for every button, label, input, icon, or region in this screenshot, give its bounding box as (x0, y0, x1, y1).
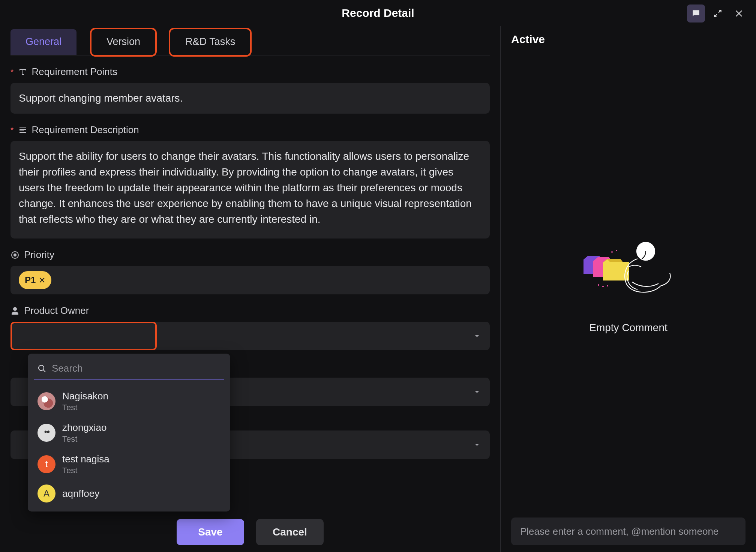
dropdown-search[interactable] (34, 361, 224, 380)
dropdown-option[interactable]: t test nagisa Test (34, 448, 224, 480)
sidebar-title: Active (511, 33, 746, 46)
cancel-button[interactable]: Cancel (256, 519, 324, 545)
avatar: A (38, 484, 56, 502)
form-footer: Save Cancel (0, 519, 500, 545)
dropdown-option[interactable]: zhongxiao Test (34, 417, 224, 448)
option-name: zhongxiao (62, 422, 107, 434)
page-title: Record Detail (342, 7, 414, 20)
requirement-points-input[interactable]: Support changing member avatars. (10, 83, 490, 114)
priority-input[interactable]: P1 ✕ (10, 266, 490, 294)
option-sub: Test (62, 434, 107, 444)
tab-rd-tasks[interactable]: R&D Tasks (170, 29, 250, 55)
highlight-box (10, 322, 157, 350)
avatar (38, 392, 56, 410)
expand-icon (713, 9, 723, 18)
option-name: Nagisakon (62, 390, 108, 402)
option-name: test nagisa (62, 453, 110, 465)
radio-icon (10, 250, 20, 260)
field-requirement-description: * Requirement Description Support the ab… (10, 124, 490, 238)
svg-point-3 (607, 285, 608, 286)
product-owner-select[interactable] (10, 322, 490, 350)
dropdown-option[interactable]: Nagisakon Test (34, 386, 224, 417)
field-requirement-points: * Requirement Points Support changing me… (10, 66, 490, 114)
chevron-down-icon (472, 332, 482, 340)
option-sub: Test (62, 465, 110, 476)
tab-version[interactable]: Version (92, 29, 155, 55)
priority-chip[interactable]: P1 ✕ (19, 271, 51, 289)
search-icon (38, 364, 46, 373)
field-label-text: Requirement Points (32, 66, 117, 78)
field-label-text: Priority (24, 249, 54, 261)
svg-point-4 (611, 251, 613, 253)
owner-dropdown: Nagisakon Test zhongxiao Test t (28, 354, 230, 512)
required-marker: * (10, 67, 14, 77)
priority-chip-label: P1 (25, 273, 36, 287)
dropdown-search-input[interactable] (52, 363, 220, 374)
save-button[interactable]: Save (177, 519, 244, 545)
empty-illustration (572, 230, 685, 308)
field-label-text: Requirement Description (32, 124, 139, 136)
requirement-description-input[interactable]: Support the ability for users to change … (10, 141, 490, 238)
avatar (38, 424, 56, 442)
expand-icon-button[interactable] (709, 4, 727, 22)
field-label-text: Product Owner (24, 305, 89, 316)
svg-point-2 (602, 286, 604, 287)
close-icon (735, 9, 744, 18)
text-field-icon (18, 68, 27, 76)
chevron-down-icon (472, 387, 482, 396)
tab-general[interactable]: General (10, 29, 76, 55)
long-text-icon (18, 126, 27, 135)
dropdown-option[interactable]: A aqnffoey (34, 480, 224, 507)
svg-point-1 (598, 284, 599, 286)
field-product-owner: Product Owner Nagisakon (10, 305, 490, 350)
tabs: General Version R&D Tasks (10, 26, 490, 56)
comment-input[interactable]: Please enter a comment, @mention someone (511, 518, 746, 545)
comment-icon-button[interactable] (687, 4, 705, 22)
close-icon-button[interactable] (730, 4, 748, 22)
option-sub: Test (62, 402, 108, 413)
option-name: aqnffoey (62, 488, 99, 500)
person-icon (10, 306, 20, 315)
empty-comment-text: Empty Comment (589, 322, 668, 334)
svg-point-5 (616, 250, 617, 251)
required-marker: * (10, 125, 14, 135)
chip-remove-icon[interactable]: ✕ (39, 274, 45, 286)
avatar: t (38, 455, 56, 473)
comment-icon (691, 9, 701, 18)
chevron-down-icon (472, 440, 482, 449)
field-priority: Priority P1 ✕ (10, 249, 490, 294)
